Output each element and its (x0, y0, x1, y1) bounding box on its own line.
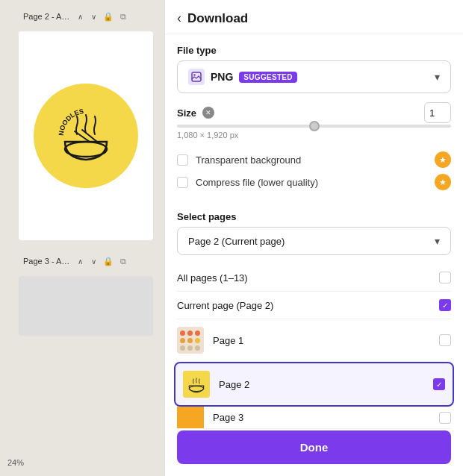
page3-checkbox[interactable] (439, 412, 451, 424)
file-type-dropdown[interactable]: PNG SUGGESTED ▾ (177, 60, 451, 93)
page3-label: Page 3 - A… (23, 257, 69, 266)
pages-list: All pages (1–13) Current page (Page 2) (177, 264, 451, 429)
page3-up-btn[interactable]: ∧ (74, 255, 86, 267)
page3-canvas (19, 276, 153, 336)
noodles-svg: NOODLES (49, 98, 123, 173)
page3-lock-icon: 🔒 (102, 255, 114, 267)
pages-dropdown[interactable]: Page 2 (Current page) ▾ (177, 227, 451, 255)
transparent-bg-label: Transparent background (196, 154, 301, 166)
pages-dropdown-value: Page 2 (Current page) (188, 236, 285, 247)
page3-list-label: Page 3 (213, 412, 430, 423)
page3-row[interactable]: Page 3 (177, 407, 451, 429)
panel-title: Download (187, 11, 248, 26)
compress-row: Compress file (lower quality) ★ (177, 171, 451, 193)
select-pages-section: Select pages Page 2 (Current page) ▾ (177, 211, 451, 255)
transparent-bg-pro-icon: ★ (435, 151, 451, 168)
page2-list-label: Page 2 (219, 379, 424, 390)
current-page-checkbox[interactable] (439, 299, 451, 311)
size-dimensions: 1,080 × 1,920 px (177, 131, 451, 140)
noodles-canvas: NOODLES (19, 31, 153, 240)
page2-card: NOODLES (19, 31, 153, 240)
page2-row[interactable]: Page 2 (174, 362, 454, 407)
page3-card (19, 276, 153, 336)
svg-point-5 (193, 74, 195, 75)
size-slider-thumb[interactable] (309, 121, 320, 131)
page3-thumb (177, 407, 204, 429)
size-input[interactable] (424, 102, 451, 123)
size-section: Size ✕ 1,080 × 1,920 px (177, 102, 451, 140)
zoom-indicator: 24% (7, 458, 24, 467)
file-type-label: File type (177, 45, 451, 56)
page2-thumb (183, 371, 210, 398)
options-section: Transparent background ★ Compress file (… (177, 148, 451, 193)
page1-thumb (177, 327, 204, 354)
back-button[interactable]: ‹ (177, 10, 181, 26)
file-type-name: PNG (211, 71, 233, 83)
download-panel: ‹ Download File type PNG SUGGESTED ▾ (164, 0, 463, 476)
all-pages-label: All pages (1–13) (177, 272, 430, 284)
compress-checkbox[interactable] (177, 177, 188, 188)
size-reset-btn[interactable]: ✕ (202, 107, 214, 119)
page2-checkbox[interactable] (433, 378, 445, 390)
file-type-icon (188, 69, 205, 85)
canvas-area: Page 2 - A… ∧ ∨ 🔒 ⧉ (0, 0, 172, 476)
current-page-row[interactable]: Current page (Page 2) (177, 292, 451, 319)
size-row: Size ✕ (177, 102, 451, 123)
select-pages-label: Select pages (177, 211, 451, 222)
dropdown-arrow-icon: ▾ (435, 71, 440, 83)
compress-pro-icon: ★ (435, 174, 451, 190)
page2-label-row: Page 2 - A… ∧ ∨ 🔒 ⧉ (19, 7, 153, 25)
page2-label: Page 2 - A… (23, 12, 69, 21)
current-page-label: Current page (Page 2) (177, 300, 430, 311)
transparent-bg-row: Transparent background ★ (177, 148, 451, 171)
noodles-circle: NOODLES (34, 84, 138, 188)
suggested-badge: SUGGESTED (239, 72, 297, 83)
all-pages-checkbox[interactable] (439, 272, 451, 284)
file-type-section: File type PNG SUGGESTED ▾ (177, 45, 451, 93)
done-button[interactable]: Done (177, 430, 451, 464)
page3-copy-icon: ⧉ (117, 255, 129, 267)
panel-content: File type PNG SUGGESTED ▾ Size ✕ (165, 34, 463, 430)
page-down-btn[interactable]: ∨ (87, 10, 99, 22)
svg-line-1 (75, 131, 90, 142)
size-label: Size (177, 107, 196, 119)
svg-text:NOODLES: NOODLES (58, 107, 84, 136)
copy-icon: ⧉ (117, 10, 129, 22)
size-slider-track (177, 125, 451, 128)
page1-checkbox[interactable] (439, 334, 451, 346)
page1-label: Page 1 (213, 335, 430, 346)
compress-label: Compress file (lower quality) (196, 177, 318, 188)
lock-icon: 🔒 (102, 10, 114, 22)
transparent-bg-checkbox[interactable] (177, 154, 188, 166)
page3-label-row: Page 3 - A… ∧ ∨ 🔒 ⧉ (19, 252, 153, 270)
pages-dropdown-arrow-icon: ▾ (435, 235, 440, 247)
page1-row[interactable]: Page 1 (177, 319, 451, 362)
page2-thumb-svg (183, 371, 210, 398)
page3-down-btn[interactable]: ∨ (87, 255, 99, 267)
page-up-btn[interactable]: ∧ (74, 10, 86, 22)
image-icon (191, 72, 202, 82)
panel-header: ‹ Download (165, 0, 463, 34)
all-pages-row[interactable]: All pages (1–13) (177, 264, 451, 292)
back-icon: ‹ (177, 10, 181, 26)
